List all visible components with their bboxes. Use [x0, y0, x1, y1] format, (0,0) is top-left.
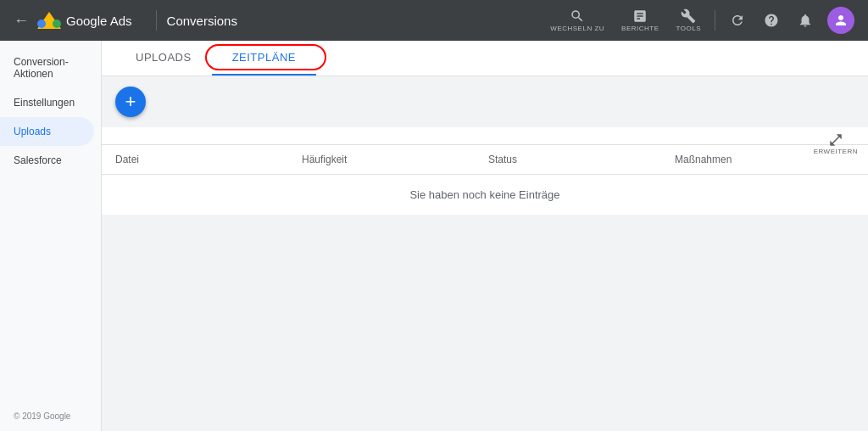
avatar[interactable] — [827, 7, 854, 34]
sidebar-item-uploads[interactable]: Uploads — [0, 117, 94, 146]
main-layout: Conversion-Aktionen Einstellungen Upload… — [0, 41, 868, 431]
notifications-icon-btn[interactable] — [790, 5, 821, 36]
table-area: ERWEITERN Datei Häufigkeit Status Ma — [102, 127, 868, 215]
header: ← Google Ads Conversions WECHSELN ZU BER… — [0, 0, 868, 41]
google-ads-logo[interactable]: ← Google Ads — [14, 12, 132, 30]
content-toolbar: + — [102, 76, 868, 127]
content-area: + ERWEITERN Datei H — [102, 76, 868, 431]
tools-label: TOOLS — [676, 25, 701, 32]
empty-state-message: Sie haben noch keine Einträge — [102, 175, 868, 215]
svg-point-1 — [37, 20, 46, 28]
header-divider2 — [715, 10, 715, 31]
table-columns: Datei Häufigkeit Status Maßnahmen — [102, 145, 868, 175]
back-icon[interactable]: ← — [14, 12, 29, 30]
product-name-text: Google Ads — [66, 14, 132, 28]
refresh-icon — [730, 13, 745, 28]
table-header-row: ERWEITERN — [102, 127, 868, 145]
tab-zeitplane[interactable]: ZEITPLÄNE — [212, 41, 316, 76]
reports-icon-btn[interactable]: BERICHTE — [615, 5, 665, 36]
svg-point-2 — [53, 20, 61, 28]
avatar-icon — [833, 13, 849, 28]
sidebar-item-conversion-aktionen[interactable]: Conversion-Aktionen — [0, 48, 94, 88]
col-header-datei: Datei — [115, 154, 302, 165]
search-icon-btn[interactable]: WECHSELN ZU — [543, 5, 611, 36]
add-button[interactable]: + — [115, 87, 146, 117]
page-title: Conversions — [167, 14, 237, 28]
col-header-haufigkeit: Häufigkeit — [302, 154, 488, 165]
header-logo-divider — [156, 10, 157, 31]
col-header-status: Status — [488, 154, 675, 165]
sidebar-item-salesforce[interactable]: Salesforce — [0, 146, 94, 175]
main-content: UPLOADS ZEITPLÄNE + — [102, 41, 868, 431]
sidebar-item-einstellungen[interactable]: Einstellungen — [0, 88, 94, 117]
refresh-icon-btn[interactable] — [722, 5, 753, 36]
ads-logo-icon — [37, 12, 61, 29]
tools-icon — [681, 8, 696, 24]
sidebar-nav: Conversion-Aktionen Einstellungen Upload… — [0, 48, 101, 175]
search-label: WECHSELN ZU — [550, 25, 604, 32]
tools-icon-btn[interactable]: TOOLS — [670, 5, 708, 36]
tab-uploads[interactable]: UPLOADS — [115, 41, 212, 76]
tab-bar: UPLOADS ZEITPLÄNE — [102, 41, 868, 76]
header-icons: WECHSELN ZU BERICHTE TOOLS — [543, 5, 854, 36]
expand-icon — [828, 132, 843, 148]
reports-icon — [632, 8, 648, 24]
notifications-icon — [798, 13, 813, 28]
expand-label: ERWEITERN — [814, 148, 858, 155]
sidebar-footer: © 2019 Google — [0, 401, 101, 431]
search-icon — [570, 8, 585, 24]
help-icon — [764, 13, 779, 28]
reports-label: BERICHTE — [621, 25, 659, 32]
help-icon-btn[interactable] — [756, 5, 787, 36]
logo-area: ← Google Ads — [14, 12, 132, 30]
col-header-massnahmen: Maßnahmen — [675, 154, 854, 165]
sidebar: Conversion-Aktionen Einstellungen Upload… — [0, 41, 102, 431]
expand-button[interactable]: ERWEITERN — [814, 132, 858, 155]
